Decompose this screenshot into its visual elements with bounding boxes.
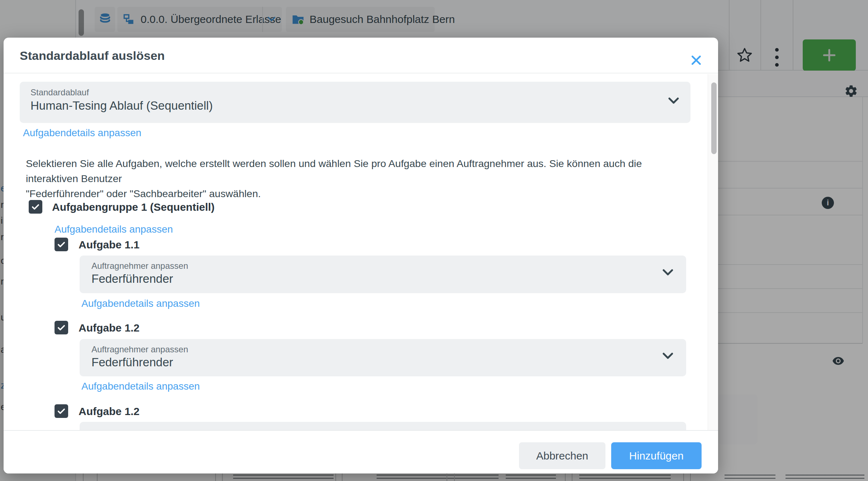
- task-details-link[interactable]: Aufgabendetails anpassen: [81, 298, 200, 309]
- assignee-select-field[interactable]: Auftragnehmer anpassen Federführender: [80, 339, 686, 376]
- task-checkbox[interactable]: [55, 321, 68, 334]
- dialog-header: Standardablauf auslösen: [4, 38, 718, 73]
- task-label: Aufgabe 1.2: [79, 322, 140, 334]
- workflow-details-link[interactable]: Aufgabendetails anpassen: [23, 127, 141, 139]
- screen: e r i r o m u a z e 0.0.0. Übergeordnete…: [0, 0, 868, 481]
- task-checkbox[interactable]: [55, 404, 68, 418]
- dialog-footer: Abbrechen Hinzufügen: [4, 430, 718, 473]
- workflow-field-label: Standardablauf: [30, 87, 89, 97]
- group-label: Aufgabengruppe 1 (Sequentiell): [52, 201, 214, 213]
- dialog-scrollbar-track[interactable]: [708, 74, 718, 430]
- chevron-down-icon: [662, 269, 673, 277]
- assignee-field-label: Auftragnehmer anpassen: [91, 261, 188, 271]
- assignee-field-label: Auftragnehmer anpassen: [91, 344, 188, 354]
- assignee-select-field-partial[interactable]: [80, 422, 686, 430]
- group-details-link[interactable]: Aufgabendetails anpassen: [55, 224, 173, 235]
- x-close-icon: [690, 54, 702, 67]
- task-label: Aufgabe 1.1: [79, 239, 140, 251]
- submit-button[interactable]: Hinzufügen: [611, 442, 702, 469]
- standardablauf-dialog: Standardablauf auslösen Standardablauf H…: [4, 38, 718, 473]
- group-checkbox[interactable]: [29, 200, 42, 214]
- chevron-down-icon: [668, 97, 679, 105]
- task-details-link[interactable]: Aufgabendetails anpassen: [81, 381, 200, 392]
- dialog-title: Standardablauf auslösen: [20, 38, 165, 73]
- dialog-scrollbar-thumb[interactable]: [711, 82, 717, 154]
- dialog-description: Selektieren Sie alle Aufgaben, welche er…: [26, 156, 686, 201]
- task-checkbox[interactable]: [55, 238, 68, 251]
- close-button[interactable]: [687, 51, 706, 71]
- assignee-field-value: Federführender: [91, 272, 173, 286]
- task-label: Aufgabe 1.2: [79, 405, 140, 418]
- assignee-field-value: Federführender: [91, 356, 173, 369]
- assignee-select-field[interactable]: Auftragnehmer anpassen Federführender: [80, 256, 686, 293]
- cancel-button[interactable]: Abbrechen: [519, 442, 605, 469]
- workflow-field-value: Human-Tesing Ablauf (Sequentiell): [30, 99, 213, 113]
- chevron-down-icon: [662, 353, 673, 361]
- description-line: "Federführender" oder "Sachbearbeiter" a…: [26, 188, 261, 199]
- description-line: Selektieren Sie alle Aufgaben, welche er…: [26, 158, 642, 184]
- workflow-select-field[interactable]: Standardablauf Human-Tesing Ablauf (Sequ…: [20, 82, 690, 123]
